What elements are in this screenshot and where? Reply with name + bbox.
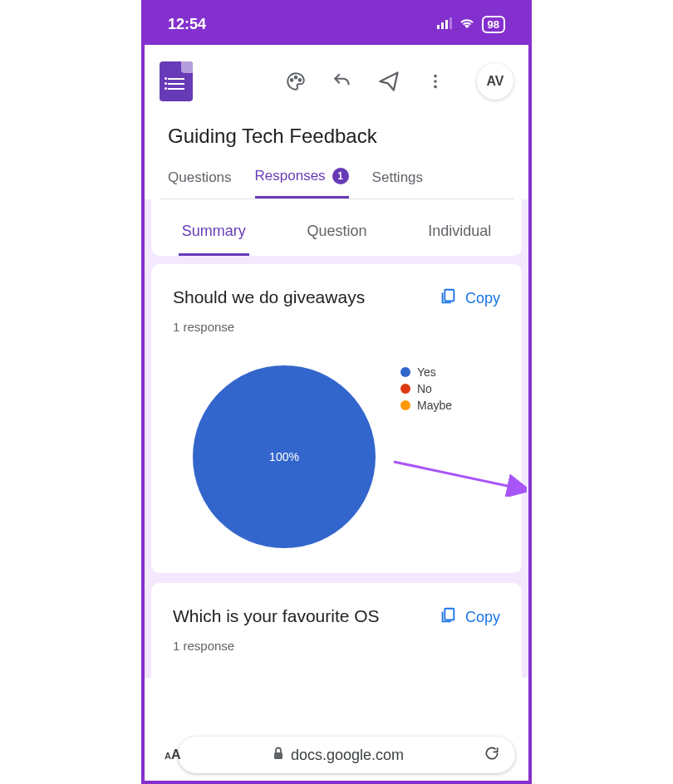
svg-point-8: [434, 80, 437, 83]
subtab-summary[interactable]: Summary: [179, 218, 249, 256]
app-header: AV Guiding Tech Feedback Questions Respo…: [145, 45, 528, 199]
svg-rect-2: [445, 20, 448, 29]
form-title[interactable]: Guiding Tech Feedback: [168, 125, 507, 148]
svg-rect-3: [449, 17, 452, 29]
browser-bar: AA docs.google.com: [145, 729, 528, 781]
more-icon[interactable]: [424, 70, 447, 93]
url-bar[interactable]: docs.google.com: [178, 737, 515, 773]
main-tabs: Questions Responses 1 Settings: [160, 163, 513, 199]
legend-swatch: [400, 400, 410, 410]
response-count: 1 response: [173, 639, 500, 653]
response-card: Which is your favourite OS Copy 1 respon…: [151, 583, 522, 678]
svg-rect-0: [437, 25, 440, 29]
response-card: Should we do giveaways Copy 1 response 1…: [151, 264, 522, 573]
text-size-button[interactable]: AA: [165, 747, 181, 762]
palette-icon[interactable]: [284, 70, 307, 93]
question-title: Which is your favourite OS: [173, 606, 380, 626]
copy-icon: [439, 287, 457, 310]
copy-label: Copy: [465, 290, 500, 307]
sub-tabs-card: Summary Question Individual: [151, 199, 522, 256]
url-text: docs.google.com: [291, 747, 404, 764]
annotation-arrow: [386, 455, 527, 497]
tab-questions[interactable]: Questions: [168, 163, 232, 198]
forms-logo-icon[interactable]: [160, 61, 193, 101]
legend-item: No: [400, 382, 452, 395]
tab-settings-label: Settings: [372, 169, 423, 186]
responses-body: Summary Question Individual Should we do…: [145, 199, 528, 678]
svg-point-6: [299, 79, 302, 81]
svg-line-11: [394, 462, 527, 490]
reload-icon[interactable]: [484, 745, 500, 765]
svg-point-4: [291, 79, 293, 81]
status-time: 12:54: [168, 16, 206, 33]
question-title: Should we do giveaways: [173, 287, 365, 307]
legend-swatch: [400, 367, 410, 377]
subtab-individual[interactable]: Individual: [425, 218, 494, 256]
tab-questions-label: Questions: [168, 169, 232, 186]
legend-label: Maybe: [417, 399, 452, 412]
subtab-summary-label: Summary: [182, 223, 246, 239]
copy-button[interactable]: Copy: [439, 606, 500, 629]
legend-item: Maybe: [400, 399, 452, 412]
legend-label: Yes: [417, 365, 436, 379]
svg-rect-10: [445, 290, 454, 301]
pie-center-label: 100%: [269, 450, 299, 463]
tab-responses-label: Responses: [255, 168, 326, 184]
legend-item: Yes: [400, 365, 452, 379]
wifi-icon: [459, 16, 475, 33]
legend-label: No: [417, 382, 432, 395]
svg-rect-12: [445, 609, 454, 620]
svg-point-9: [434, 86, 437, 89]
signal-icon: [437, 16, 452, 33]
copy-button[interactable]: Copy: [439, 287, 500, 310]
avatar[interactable]: AV: [477, 63, 513, 100]
response-count: 1 response: [173, 320, 500, 334]
tab-responses[interactable]: Responses 1: [255, 163, 349, 198]
tab-settings[interactable]: Settings: [372, 163, 423, 198]
responses-count-badge: 1: [332, 168, 349, 184]
undo-icon[interactable]: [331, 70, 354, 93]
svg-rect-1: [441, 22, 444, 29]
subtab-question-label: Question: [307, 223, 366, 239]
avatar-initials: AV: [486, 74, 504, 89]
copy-label: Copy: [465, 609, 500, 626]
status-bar: 12:54 98: [145, 3, 528, 45]
subtab-individual-label: Individual: [428, 223, 491, 239]
subtab-question[interactable]: Question: [303, 218, 370, 256]
legend-swatch: [400, 384, 410, 394]
copy-icon: [439, 606, 457, 629]
svg-point-5: [295, 76, 297, 79]
lock-icon: [273, 747, 284, 764]
send-icon[interactable]: [377, 70, 400, 93]
svg-rect-13: [274, 752, 282, 759]
svg-point-7: [434, 75, 437, 78]
battery-indicator: 98: [482, 16, 505, 33]
